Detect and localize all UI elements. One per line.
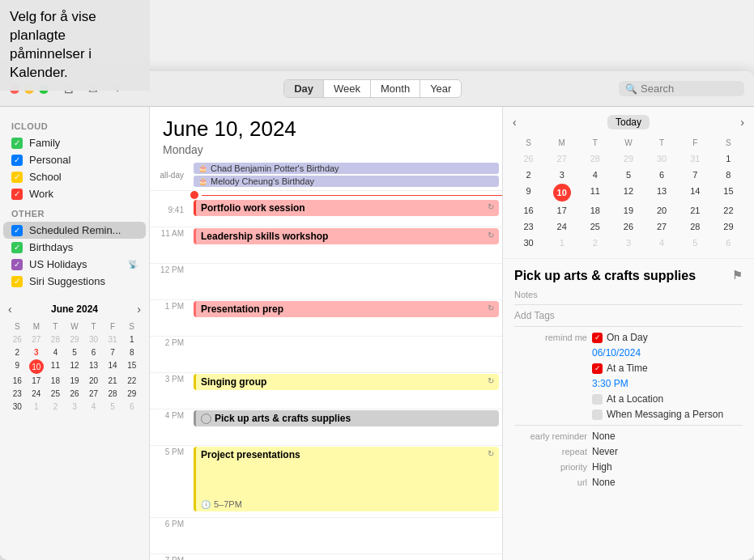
- add-tags[interactable]: Add Tags: [514, 310, 743, 321]
- mini-cal-27b[interactable]: 27: [84, 388, 103, 400]
- singing-event[interactable]: Singing group ↻: [194, 374, 499, 390]
- bmc-2[interactable]: 2: [513, 168, 544, 182]
- url-value[interactable]: None: [592, 477, 616, 488]
- bmc-3b[interactable]: 3: [612, 235, 644, 250]
- mini-cal-7[interactable]: 7: [104, 346, 122, 358]
- mini-cal-14[interactable]: 14: [104, 359, 122, 374]
- bmc-9[interactable]: 9: [513, 184, 544, 202]
- presentation-event[interactable]: Presentation prep ↻: [194, 301, 499, 317]
- sidebar-item-school[interactable]: ✓ School: [3, 168, 146, 185]
- search-input[interactable]: [641, 83, 738, 95]
- mini-cal-5b[interactable]: 5: [104, 401, 122, 413]
- mini-cal-12[interactable]: 12: [66, 359, 84, 374]
- mini-cal-31a[interactable]: 31: [104, 333, 122, 346]
- mini-cal-6[interactable]: 6: [84, 346, 103, 358]
- bmc-5[interactable]: 5: [612, 168, 644, 182]
- bmc-20[interactable]: 20: [646, 203, 678, 218]
- bmc-17[interactable]: 17: [546, 203, 577, 218]
- mini-cal-26a[interactable]: 26: [8, 333, 27, 346]
- bmc-3[interactable]: 3: [546, 168, 577, 182]
- bmc-23[interactable]: 23: [513, 219, 544, 234]
- at-a-time-checkbox[interactable]: ✓: [592, 363, 603, 374]
- bmc-1b[interactable]: 1: [546, 235, 577, 250]
- us-holidays-checkbox[interactable]: ✓: [11, 259, 23, 270]
- mini-cal-30a[interactable]: 30: [84, 333, 103, 346]
- sidebar-item-scheduled-reminders[interactable]: ✓ Scheduled Remin...: [3, 222, 146, 239]
- mini-cal-29a[interactable]: 29: [66, 333, 84, 346]
- bmc-4[interactable]: 4: [579, 168, 611, 182]
- family-checkbox[interactable]: ✓: [11, 138, 23, 149]
- on-a-day-date-value[interactable]: 06/10/2024: [592, 347, 641, 358]
- bmc-4b[interactable]: 4: [646, 235, 678, 250]
- mini-cal-15[interactable]: 15: [122, 359, 141, 374]
- bmc-18[interactable]: 18: [579, 203, 611, 218]
- search-box[interactable]: 🔍: [619, 81, 744, 96]
- sidebar-item-siri-suggestions[interactable]: ✓ Siri Suggestions: [3, 273, 146, 290]
- bmc-25[interactable]: 25: [579, 219, 611, 234]
- birthdays-checkbox[interactable]: ✓: [11, 242, 23, 253]
- bmc-24[interactable]: 24: [546, 219, 577, 234]
- today-button[interactable]: Today: [607, 115, 650, 129]
- mini-cal-5[interactable]: 5: [66, 346, 84, 358]
- bmc-29b[interactable]: 29: [713, 219, 744, 234]
- mini-cal-16[interactable]: 16: [8, 375, 27, 387]
- mini-cal-18[interactable]: 18: [46, 375, 65, 387]
- sidebar-item-personal[interactable]: ✓ Personal: [3, 151, 146, 168]
- bmc-1[interactable]: 1: [713, 151, 744, 166]
- mini-cal-20[interactable]: 20: [84, 375, 103, 387]
- pickup-event[interactable]: Pick up arts & crafts supplies: [194, 410, 499, 426]
- bmc-11[interactable]: 11: [579, 184, 611, 202]
- bmc-6b[interactable]: 6: [713, 235, 744, 250]
- mini-cal-11[interactable]: 11: [46, 359, 65, 374]
- mini-cal-3[interactable]: 3: [28, 346, 46, 358]
- personal-checkbox[interactable]: ✓: [11, 155, 23, 166]
- school-checkbox[interactable]: ✓: [11, 172, 23, 183]
- mini-cal-24[interactable]: 24: [28, 388, 46, 400]
- mini-cal-30b[interactable]: 30: [8, 401, 27, 413]
- sidebar-item-us-holidays[interactable]: ✓ US Holidays 📡: [3, 256, 146, 273]
- bmc-26a[interactable]: 26: [513, 151, 544, 166]
- big-cal-next[interactable]: ›: [740, 116, 744, 129]
- bmc-27a[interactable]: 27: [546, 151, 577, 166]
- siri-checkbox[interactable]: ✓: [11, 276, 23, 287]
- bmc-5b[interactable]: 5: [679, 235, 711, 250]
- when-messaging-checkbox[interactable]: [592, 409, 603, 420]
- bmc-19[interactable]: 19: [612, 203, 644, 218]
- mini-cal-8[interactable]: 8: [122, 346, 141, 358]
- bmc-2b[interactable]: 2: [579, 235, 611, 250]
- mini-cal-9[interactable]: 9: [8, 359, 27, 374]
- bmc-30a[interactable]: 30: [646, 151, 678, 166]
- mini-cal-6b[interactable]: 6: [122, 401, 141, 413]
- mini-cal-21[interactable]: 21: [104, 375, 122, 387]
- bmc-8[interactable]: 8: [713, 168, 744, 182]
- mini-cal-4[interactable]: 4: [46, 346, 65, 358]
- mini-cal-28b[interactable]: 28: [104, 388, 122, 400]
- mini-cal-25[interactable]: 25: [46, 388, 65, 400]
- early-reminder-value[interactable]: None: [592, 431, 616, 442]
- sidebar-item-family[interactable]: ✓ Family: [3, 134, 146, 151]
- bmc-13[interactable]: 13: [646, 184, 678, 202]
- mini-cal-3b[interactable]: 3: [66, 401, 84, 413]
- mini-cal-22[interactable]: 22: [122, 375, 141, 387]
- repeat-value[interactable]: Never: [592, 446, 618, 457]
- bmc-15[interactable]: 15: [713, 184, 744, 202]
- bmc-29a[interactable]: 29: [612, 151, 644, 166]
- mini-cal-1b[interactable]: 1: [28, 401, 46, 413]
- bmc-7[interactable]: 7: [679, 168, 711, 182]
- bmc-6[interactable]: 6: [646, 168, 678, 182]
- mini-cal-prev[interactable]: ‹: [8, 303, 12, 316]
- project-event[interactable]: Project presentations ↻ 🕔 5–7PM: [194, 447, 499, 511]
- mini-cal-23[interactable]: 23: [8, 388, 27, 400]
- bmc-28a[interactable]: 28: [579, 151, 611, 166]
- mini-cal-26b[interactable]: 26: [66, 388, 84, 400]
- mini-cal-19[interactable]: 19: [66, 375, 84, 387]
- bmc-27b[interactable]: 27: [646, 219, 678, 234]
- allday-event-melody[interactable]: 🎂 Melody Cheung's Birthday: [194, 176, 499, 187]
- bmc-14[interactable]: 14: [679, 184, 711, 202]
- mini-cal-17[interactable]: 17: [28, 375, 46, 387]
- bmc-26b[interactable]: 26: [612, 219, 644, 234]
- portfolio-event[interactable]: Portfolio work session ↻: [194, 200, 499, 216]
- bmc-10-today[interactable]: 10: [553, 184, 571, 202]
- at-a-location-checkbox[interactable]: [592, 394, 603, 405]
- bmc-21[interactable]: 21: [679, 203, 711, 218]
